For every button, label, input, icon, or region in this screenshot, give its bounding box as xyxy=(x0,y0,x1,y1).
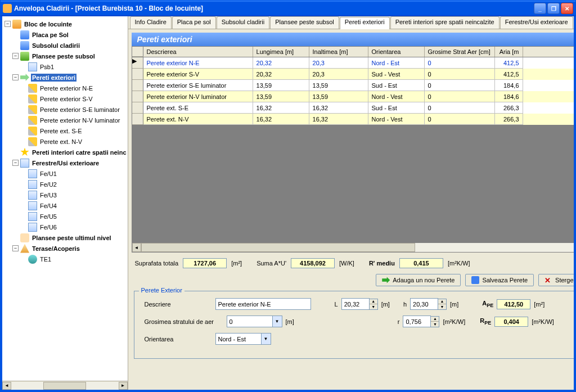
scroll-thumb[interactable] xyxy=(43,382,86,390)
titlebar[interactable]: Anvelopa Cladirii - [Proiect Burebista 1… xyxy=(1,1,575,16)
orientarea-combo[interactable]: ▼ xyxy=(215,333,271,345)
cell-aria[interactable]: 184,6 xyxy=(495,91,523,102)
tree-item[interactable]: Psb1 xyxy=(39,63,55,71)
row-selector-header[interactable] xyxy=(132,47,143,57)
h-spinner[interactable]: ▲▼ xyxy=(410,298,447,310)
cell-orientarea[interactable]: Sud - Est xyxy=(368,102,425,114)
cell-inaltimea[interactable]: 20,3 xyxy=(309,57,368,69)
cell-inaltimea[interactable]: 13,59 xyxy=(309,91,368,102)
tree-item[interactable]: Fe/U5 xyxy=(39,213,58,220)
table-row[interactable]: Perete ext. N-V16,3216,32Nord - Vest0266… xyxy=(132,114,575,125)
expand-icon[interactable]: − xyxy=(12,245,19,251)
row-selector[interactable] xyxy=(132,114,143,125)
tab-plansee[interactable]: Plansee peste subsol xyxy=(270,16,339,29)
cell-lungimea[interactable]: 20,32 xyxy=(253,69,309,80)
spin-down-icon[interactable]: ▼ xyxy=(438,304,446,309)
cell-aria[interactable]: 184,6 xyxy=(495,80,523,91)
col-lungimea[interactable]: Lungimea [m] xyxy=(253,47,309,57)
grosime-combo[interactable]: ▼ xyxy=(227,316,282,327)
tree-item[interactable]: Terase/Acoperis xyxy=(31,245,81,253)
chevron-down-icon[interactable]: ▼ xyxy=(262,333,271,345)
tree-item[interactable]: Perete ext. S-E xyxy=(39,127,83,135)
cell-orientarea[interactable]: Sud - Est xyxy=(368,80,425,91)
spin-down-icon[interactable]: ▼ xyxy=(370,304,377,309)
tree-item[interactable]: Plansee peste ultimul nivel xyxy=(31,234,112,242)
table-row[interactable]: ▶Perete exterior N-E20,3220,3Nord - Est0… xyxy=(132,57,575,69)
cell-lungimea[interactable]: 13,59 xyxy=(253,91,309,102)
table-row[interactable]: Perete exterior S-E luminator13,5913,59S… xyxy=(132,80,575,91)
save-wall-button[interactable]: Salveaza Perete xyxy=(465,274,534,286)
cell-grosime[interactable]: 0 xyxy=(425,80,495,91)
data-grid[interactable]: Descrierea Lungimea [m] Inaltimea [m] Or… xyxy=(132,46,575,253)
descriere-input[interactable] xyxy=(215,298,311,310)
cell-lungimea[interactable]: 13,59 xyxy=(253,80,309,91)
tree-hscroll[interactable]: ◄ ► xyxy=(2,381,128,390)
col-desc[interactable]: Descrierea xyxy=(143,47,253,57)
expand-icon[interactable]: − xyxy=(12,160,19,166)
table-row[interactable]: Perete exterior N-V luminator13,5913,59N… xyxy=(132,91,575,102)
cell-aria[interactable]: 412,5 xyxy=(495,57,523,69)
tree-item[interactable]: Fe/U4 xyxy=(39,202,58,210)
delete-wall-button[interactable]: ✕Sterge Peretele xyxy=(538,274,575,286)
cell-orientarea[interactable]: Sud - Vest xyxy=(368,69,425,80)
tree-item[interactable]: Fe/U1 xyxy=(39,170,58,178)
scroll-right-icon[interactable]: ► xyxy=(119,382,128,390)
expand-icon[interactable]: − xyxy=(12,53,19,59)
spin-up-icon[interactable]: ▲ xyxy=(431,317,439,322)
tab-more[interactable]: Pla xyxy=(574,16,575,29)
cell-inaltimea[interactable]: 13,59 xyxy=(309,80,368,91)
row-selector[interactable] xyxy=(132,91,143,102)
spin-down-icon[interactable]: ▼ xyxy=(431,322,439,327)
spin-up-icon[interactable]: ▲ xyxy=(370,299,377,304)
table-row[interactable]: Perete exterior S-V20,3220,3Sud - Vest04… xyxy=(132,69,575,80)
tree-item[interactable]: Perete exterior S-V xyxy=(39,95,94,103)
tree-root[interactable]: Bloc de locuinte xyxy=(23,20,73,28)
cell-desc[interactable]: Perete exterior S-V xyxy=(143,69,253,80)
row-selector[interactable]: ▶ xyxy=(132,57,143,69)
cell-aria[interactable]: 266,3 xyxy=(495,114,523,125)
tree-item[interactable]: Fe/U2 xyxy=(39,181,58,188)
cell-inaltimea[interactable]: 20,3 xyxy=(309,69,368,80)
cell-desc[interactable]: Perete exterior S-E luminator xyxy=(143,80,253,91)
tree-item[interactable]: Fe/U6 xyxy=(39,223,58,231)
col-aria[interactable]: Aria [m xyxy=(495,47,523,57)
tab-placa[interactable]: Placa pe sol xyxy=(172,16,216,29)
cell-grosime[interactable]: 0 xyxy=(425,114,495,125)
tab-ferestre[interactable]: Ferestre/Usi exterioare xyxy=(500,16,573,29)
tree-item[interactable]: Perete exterior S-E luminator xyxy=(39,106,121,114)
cell-grosime[interactable]: 0 xyxy=(425,57,495,69)
chevron-down-icon[interactable]: ▼ xyxy=(273,316,282,327)
cell-inaltimea[interactable]: 16,32 xyxy=(309,102,368,114)
cell-lungimea[interactable]: 20,32 xyxy=(253,57,309,69)
cell-orientarea[interactable]: Nord - Vest xyxy=(368,91,425,102)
minimize-button[interactable]: _ xyxy=(534,3,546,14)
scroll-thumb[interactable] xyxy=(141,243,416,252)
L-spinner[interactable]: ▲▼ xyxy=(341,298,378,310)
tree-item[interactable]: Perete ext. N-V xyxy=(39,138,83,146)
tab-pereti-int[interactable]: Pereti interiori spre spatii neincalzite xyxy=(390,16,500,29)
tree-item[interactable]: Subsolul cladirii xyxy=(31,42,81,49)
tree-item[interactable]: Plansee peste subsol xyxy=(31,52,96,60)
table-row[interactable]: Perete ext. S-E16,3216,32Sud - Est0266,3 xyxy=(132,102,575,114)
cell-desc[interactable]: Perete ext. N-V xyxy=(143,114,253,125)
tab-subsol[interactable]: Subsolul cladirii xyxy=(217,16,269,29)
cell-orientarea[interactable]: Nord - Vest xyxy=(368,114,425,125)
tab-info[interactable]: Info Cladire xyxy=(130,16,172,29)
tree-item[interactable]: Perete exterior N-V luminator xyxy=(39,116,121,124)
cell-aria[interactable]: 412,5 xyxy=(495,69,523,80)
r-spinner[interactable]: ▲▼ xyxy=(403,316,439,327)
col-inaltimea[interactable]: Inaltimea [m] xyxy=(309,47,368,57)
tree-item-selected[interactable]: Pereti exteriori xyxy=(31,74,76,82)
tab-pereti-ext[interactable]: Pereti exteriori xyxy=(340,17,390,29)
tree-item[interactable]: Placa pe Sol xyxy=(31,31,70,39)
add-wall-button[interactable]: Adauga un nou Perete xyxy=(376,274,461,286)
col-orientarea[interactable]: Orientarea xyxy=(368,47,425,57)
row-selector[interactable] xyxy=(132,69,143,80)
scroll-left-icon[interactable]: ◄ xyxy=(2,382,11,390)
cell-orientarea[interactable]: Nord - Est xyxy=(368,57,425,69)
col-grosime[interactable]: Grosime Strat Aer [cm] xyxy=(425,47,495,57)
cell-desc[interactable]: Perete exterior N-E xyxy=(143,57,253,69)
row-selector[interactable] xyxy=(132,102,143,114)
tree-item[interactable]: Perete exterior N-E xyxy=(39,84,94,92)
row-selector[interactable] xyxy=(132,80,143,91)
